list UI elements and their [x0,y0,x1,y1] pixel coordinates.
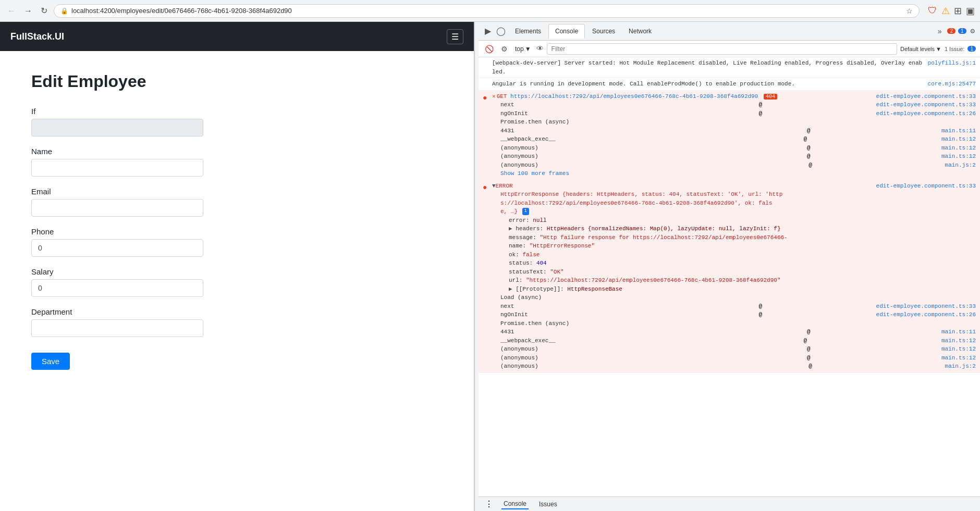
log-levels-selector[interactable]: Default levels ▼ [900,46,941,52]
show-more-link[interactable]: Show 100 more frames [500,169,569,178]
get-error-link[interactable]: edit-employee.component.ts:33 [876,92,976,101]
console-body-webpack: [webpack-dev-server] Server started: Hot… [492,59,976,76]
stack-line-next1: next @ edit-employee.component.ts:33 [500,101,976,109]
back-button[interactable]: ← [5,4,18,18]
devtools-panel: ▶ ◯ Elements Console Sources Network » 2… [479,22,980,511]
eye-icon[interactable]: 👁 [536,45,544,53]
prop-status: status: 404 [509,259,976,268]
app-content: Edit Employee If Name Email Phone 0 Sala… [0,51,474,511]
anon-loc1b[interactable]: main.ts:12 [941,152,976,161]
tab-network[interactable]: Network [622,24,658,38]
console-body-error-obj: ▼ERROR edit-employee.component.ts:33 Htt… [492,182,976,371]
error-icon-obj: ● [483,183,487,192]
brave-rewards-icon[interactable]: ⚠ [941,5,950,17]
main-layout: FullStack.UI ☰ Edit Employee If Name Ema… [0,22,980,511]
window-icon[interactable]: ▣ [966,5,975,17]
console-entry-webpack: [webpack-dev-server] Server started: Hot… [479,57,980,78]
ngoninit-loc1[interactable]: edit-employee.component.ts:26 [876,109,976,118]
stack-load-async: Load (async) [500,293,976,302]
error-obj-text: HttpErrorResponse {headers: HttpHeaders,… [500,190,976,216]
stack-anon2c: (anonymous) @ main.js:2 [500,362,976,371]
tab-grid-icon[interactable]: ⊞ [954,5,962,17]
stack-line-anon1a: (anonymous) @ main.ts:12 [500,144,976,153]
webpack-message: [webpack-dev-server] Server started: Hot… [492,59,924,76]
prop-message: message: "Http failure response for http… [509,233,976,242]
angular-link[interactable]: core.mjs:25477 [928,80,976,89]
devtools-more-button[interactable]: » [935,26,945,36]
phone-input[interactable]: 0 [31,239,203,257]
stack-line-4431-1: 4431 @ main.ts:11 [500,127,976,135]
brave-shield-icon[interactable]: 🛡 [928,5,937,16]
context-dropdown-icon: ▼ [525,45,531,53]
devtools-settings-icon[interactable]: ⚙ [970,26,976,36]
id-input[interactable] [31,119,203,136]
scroll-divider [474,22,479,511]
console-filter-input[interactable] [547,43,897,55]
webpack-link[interactable]: polyfills.js:1 [928,59,976,76]
next-loc1[interactable]: edit-employee.component.ts:33 [876,101,976,109]
anon-loc1a[interactable]: main.ts:12 [941,144,976,153]
console-entry-angular: Angular is running in development mode. … [479,78,980,91]
phone-field-group: Phone 0 [31,227,443,257]
tab-console[interactable]: Console [548,24,585,39]
forward-button[interactable]: → [22,4,34,18]
issue-count: 1 Issue: 1 [945,46,976,52]
tab-sources[interactable]: Sources [586,24,621,38]
console-settings-button[interactable]: ⚙ [499,44,510,54]
address-bar[interactable]: 🔒 localhost:4200/employees/edit/0e676466… [54,4,920,18]
webpack-loc2[interactable]: main.ts:12 [941,336,976,345]
bottom-kebab-icon[interactable]: ⋮ [485,499,493,509]
name-input[interactable] [31,159,203,177]
get-url-link[interactable]: https://localhost:7292/api/employees0e67… [510,93,758,99]
tab-elements[interactable]: Elements [509,24,547,38]
anon-loc2a[interactable]: main.ts:12 [941,345,976,354]
devtools-device-button[interactable]: ◯ [494,25,508,37]
top-label: top [515,45,524,53]
reload-button[interactable]: ↻ [39,4,50,18]
webpack-loc1[interactable]: main.ts:12 [941,135,976,144]
bottom-tab-console[interactable]: Console [501,499,529,509]
stack-line-promise1: Promise.then (async) [500,118,976,127]
proto-triangle[interactable]: ▶ [509,285,512,294]
context-selector[interactable]: top ▼ [513,44,533,54]
id-label: If [31,107,443,116]
next-loc2[interactable]: edit-employee.component.ts:33 [876,302,976,311]
stack-line-anon1b: (anonymous) @ main.ts:12 [500,152,976,161]
bookmark-icon[interactable]: ☆ [906,7,913,15]
prop-name: name: "HttpErrorResponse" [509,242,976,251]
name-label: Name [31,147,443,156]
x-icon: ✕ [492,93,496,99]
email-input[interactable] [31,199,203,217]
ngoninit-loc2[interactable]: edit-employee.component.ts:26 [876,310,976,319]
hamburger-button[interactable]: ☰ [447,29,463,44]
stack-anon2a: (anonymous) @ main.ts:12 [500,345,976,354]
triangle-down[interactable]: ▼ [492,182,496,191]
devtools-console: [webpack-dev-server] Server started: Hot… [479,57,980,496]
expand-badge[interactable]: 1 [522,208,529,215]
anon-loc2c[interactable]: main.js:2 [945,362,976,371]
error-link[interactable]: edit-employee.component.ts:33 [876,182,976,191]
console-entry-error-obj: ● ▼ERROR edit-employee.component.ts:33 H… [479,180,980,373]
anon-loc2b[interactable]: main.ts:12 [941,354,976,363]
bottom-tab-issues[interactable]: Issues [537,500,559,509]
salary-field-group: Salary 0 [31,267,443,297]
4431-loc1[interactable]: main.ts:11 [941,127,976,135]
console-body-get: ✕GET https://localhost:7292/api/employee… [492,92,976,178]
error-icon-get: ● [483,94,487,102]
salary-input[interactable]: 0 [31,279,203,297]
id-field-group: If [31,107,443,136]
save-button[interactable]: Save [31,353,70,370]
headers-triangle[interactable]: ▶ [509,225,512,233]
4431-loc2[interactable]: main.ts:11 [941,328,976,336]
lock-icon: 🔒 [60,7,68,15]
department-input[interactable] [31,319,203,337]
devtools-inspect-button[interactable]: ▶ [483,25,493,37]
email-label: Email [31,187,443,196]
stack-webpack2: __webpack_exec__ @ main.ts:12 [500,336,976,345]
browser-toolbar-icons: 🛡 ⚠ ⊞ ▣ [928,5,975,17]
anon-loc1c[interactable]: main.js:2 [945,161,976,170]
warning-badge: 1 [958,28,966,34]
console-body-angular: Angular is running in development mode. … [492,80,976,89]
page-title: Edit Employee [31,72,443,91]
clear-console-button[interactable]: 🚫 [483,44,496,54]
